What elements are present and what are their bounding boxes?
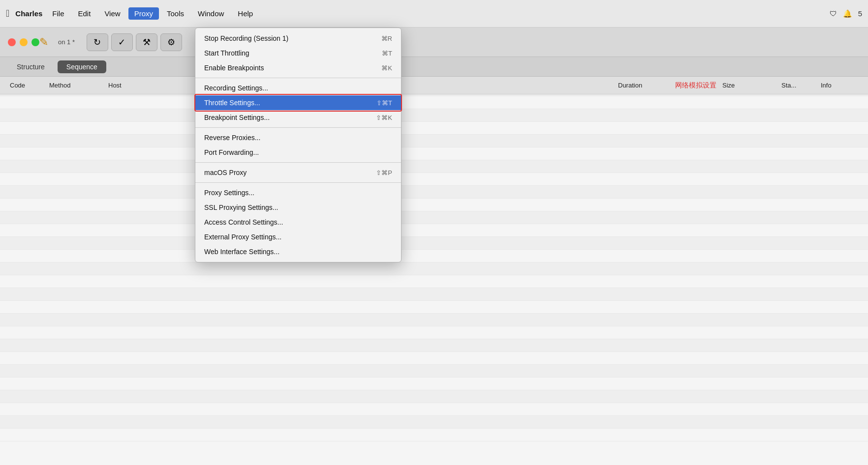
menu-shortcut-start-throttling: ⌘T [382, 50, 392, 57]
table-row [0, 429, 868, 441]
menu-label-start-throttling: Start Throttling [204, 49, 249, 57]
tabs-bar: Structure Sequence [0, 57, 868, 77]
col-size: Size [716, 82, 775, 89]
menu-label-proxy-settings: Proxy Settings... [204, 189, 254, 197]
menu-shortcut-stop-recording: ⌘R [381, 35, 392, 42]
menubar:  Charles File Edit View Proxy Tools Win… [0, 0, 868, 28]
menu-label-throttle-settings: Throttle Settings... [204, 99, 260, 107]
tab-sequence[interactable]: Sequence [58, 60, 106, 73]
tab-structure[interactable]: Structure [8, 60, 54, 73]
table-row [0, 365, 868, 378]
col-method: Method [43, 82, 102, 89]
col-info: Info [815, 82, 864, 89]
menu-item-breakpoint-settings[interactable]: Breakpoint Settings... ⇧⌘K [195, 110, 401, 125]
menubar-right: 🛡 🔔 5 [830, 9, 862, 18]
menu-item-start-throttling[interactable]: Start Throttling ⌘T [195, 46, 401, 60]
col-sta: Sta... [775, 82, 815, 89]
table-row [0, 352, 868, 365]
reload-icon: ↻ [93, 37, 101, 48]
menu-item-external-proxy-settings[interactable]: External Proxy Settings... [195, 230, 401, 244]
table-row [0, 135, 868, 147]
table-row [0, 96, 868, 109]
menubar-edit[interactable]: Edit [72, 7, 97, 20]
menu-label-ssl-proxying-settings: SSL Proxying Settings... [204, 203, 278, 211]
menu-label-stop-recording: Stop Recording (Session 1) [204, 34, 288, 42]
menu-shortcut-throttle-settings: ⇧⌘T [376, 99, 392, 107]
menu-item-reverse-proxies[interactable]: Reverse Proxies... [195, 130, 401, 145]
menu-separator-2 [195, 127, 401, 128]
col-duration: Duration [612, 82, 671, 89]
menu-label-recording-settings: Recording Settings... [204, 84, 268, 92]
network-annotation: 网络模拟设置 [675, 81, 716, 90]
apple-menu-icon[interactable]:  [6, 8, 9, 19]
menu-label-reverse-proxies: Reverse Proxies... [204, 134, 260, 142]
maximize-button[interactable] [31, 38, 39, 46]
menu-shortcut-enable-breakpoints: ⌘K [381, 64, 392, 72]
menubar-view[interactable]: View [98, 7, 126, 20]
menu-label-web-interface-settings: Web Interface Settings... [204, 248, 279, 256]
menu-label-port-forwarding: Port Forwarding... [204, 148, 259, 156]
check-icon: ✓ [118, 37, 125, 48]
table-row [0, 339, 868, 352]
menubar-file[interactable]: File [46, 7, 70, 20]
app-title: Charles [15, 9, 42, 18]
table-row [0, 378, 868, 390]
wrench-icon: ⚒ [143, 37, 151, 48]
table-row [0, 275, 868, 288]
pencil-icon: ✎ [39, 36, 48, 49]
table-row [0, 301, 868, 314]
menu-separator-1 [195, 78, 401, 78]
menu-item-stop-recording[interactable]: Stop Recording (Session 1) ⌘R [195, 31, 401, 46]
table-row [0, 326, 868, 339]
menu-shortcut-macos-proxy: ⇧⌘P [376, 169, 392, 176]
table-row [0, 262, 868, 275]
gear-button[interactable]: ⚙ [160, 33, 182, 51]
menubar-tools[interactable]: Tools [161, 7, 190, 20]
wifi-icon: 5 [858, 9, 862, 18]
menu-item-port-forwarding[interactable]: Port Forwarding... [195, 145, 401, 160]
table-row [0, 416, 868, 429]
table-row [0, 224, 868, 237]
table-row [0, 122, 868, 135]
table-row [0, 109, 868, 122]
gear-icon: ⚙ [167, 37, 175, 48]
menu-item-proxy-settings[interactable]: Proxy Settings... [195, 185, 401, 200]
menubar-proxy[interactable]: Proxy [128, 7, 159, 20]
menu-item-ssl-proxying-settings[interactable]: SSL Proxying Settings... [195, 200, 401, 215]
menu-item-web-interface-settings[interactable]: Web Interface Settings... [195, 244, 401, 259]
menu-item-macos-proxy[interactable]: macOS Proxy ⇧⌘P [195, 165, 401, 180]
menubar-help[interactable]: Help [232, 7, 259, 20]
table-row [0, 199, 868, 211]
menu-label-breakpoint-settings: Breakpoint Settings... [204, 114, 270, 121]
table-row [0, 250, 868, 262]
menu-item-access-control-settings[interactable]: Access Control Settings... [195, 215, 401, 230]
close-button[interactable] [8, 38, 16, 46]
menu-item-recording-settings[interactable]: Recording Settings... [195, 81, 401, 95]
tools-button[interactable]: ⚒ [136, 33, 157, 51]
menu-separator-3 [195, 162, 401, 163]
menu-label-access-control-settings: Access Control Settings... [204, 218, 283, 226]
table-row [0, 314, 868, 326]
shield-icon: 🛡 [830, 9, 837, 18]
table-row [0, 160, 868, 173]
session-label: on 1 * [58, 38, 75, 46]
table-row [0, 211, 868, 224]
table-header: Code Method Host Duration 网络模拟设置 Size St… [0, 77, 868, 94]
table-row [0, 390, 868, 403]
table-row [0, 403, 868, 416]
check-button[interactable]: ✓ [111, 33, 133, 51]
table-row [0, 237, 868, 250]
table-row [0, 186, 868, 199]
menu-label-enable-breakpoints: Enable Breakpoints [204, 64, 264, 72]
col-host: Host [102, 82, 201, 89]
menu-item-throttle-settings[interactable]: Throttle Settings... ⇧⌘T [195, 95, 401, 110]
main-content [0, 96, 868, 465]
proxy-dropdown-menu: Stop Recording (Session 1) ⌘R Start Thro… [195, 28, 402, 262]
menu-item-enable-breakpoints[interactable]: Enable Breakpoints ⌘K [195, 60, 401, 75]
menu-label-macos-proxy: macOS Proxy [204, 169, 247, 176]
table-row [0, 173, 868, 186]
minimize-button[interactable] [20, 38, 28, 46]
menubar-window[interactable]: Window [192, 7, 230, 20]
reload-button[interactable]: ↻ [87, 33, 108, 51]
notification-icon: 🔔 [843, 9, 852, 18]
